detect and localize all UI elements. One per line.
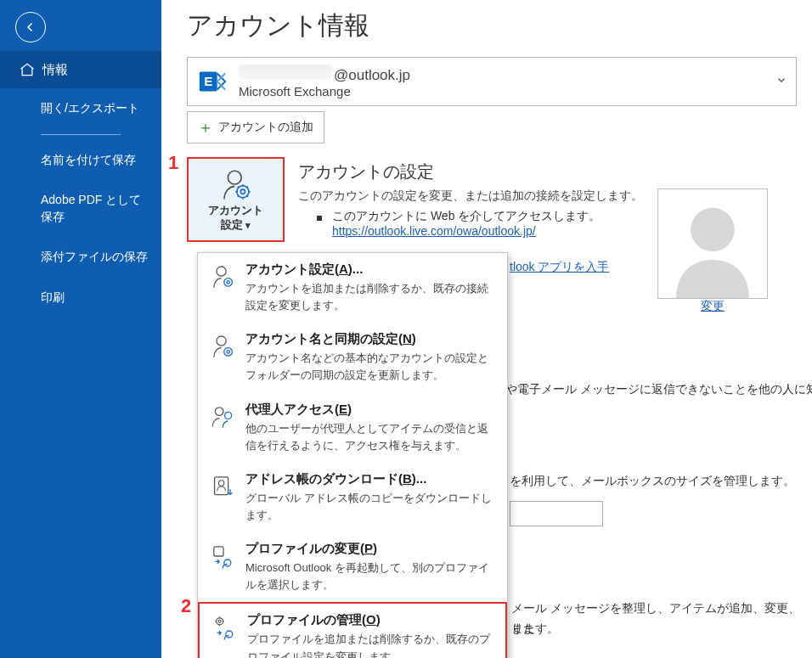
plus-icon: ＋	[198, 117, 213, 138]
profile-switch-icon	[210, 543, 240, 572]
svg-rect-24	[214, 547, 223, 556]
menu-item-desc: アカウント名などの基本的なアカウントの設定とフォルダーの同期の設定を更新します。	[245, 350, 495, 384]
arrow-left-icon	[23, 20, 38, 35]
menu-item-title: プロファイルの変更(P)	[245, 541, 495, 557]
chevron-down-icon: ▾	[245, 220, 251, 230]
owa-link[interactable]: https://outlook.live.com/owa/outlook.jp/	[332, 224, 536, 238]
svg-point-16	[227, 281, 230, 284]
backstage-sidebar: 情報 開く/エクスポート 名前を付けて保存 Adobe PDF として保存 添付…	[0, 0, 161, 658]
svg-point-19	[227, 351, 230, 354]
person-silhouette-icon	[666, 198, 759, 298]
sidebar-item-print[interactable]: 印刷	[0, 278, 161, 318]
svg-point-13	[691, 208, 734, 251]
change-photo-link[interactable]: 変更	[701, 299, 725, 312]
sidebar-item-label: 印刷	[41, 290, 65, 304]
sidebar-item-label: 情報	[42, 62, 68, 78]
account-email: @outlook.jp	[239, 65, 410, 84]
menu-item-desc: グローバル アドレス帳のコピーをダウンロードします。	[245, 490, 495, 524]
account-selector[interactable]: E @outlook.jp Microsoft Exchange	[187, 57, 797, 106]
chevron-down-icon	[775, 75, 787, 89]
account-settings-button[interactable]: アカウント 設定 ▾	[187, 157, 285, 242]
svg-point-23	[218, 481, 223, 486]
bullet-icon	[317, 216, 322, 221]
get-app-link-fragment[interactable]: tlook アプリを入手	[510, 260, 609, 273]
exchange-icon: E	[196, 65, 228, 98]
profile-manage-icon	[211, 614, 242, 644]
menu-item-manage-profiles[interactable]: 2 プロファイルの管理(O) プロファイルを追加または削除するか、既存のプロファ…	[198, 602, 507, 658]
sidebar-item-label: Adobe PDF として保存	[41, 193, 141, 223]
svg-point-2	[228, 171, 241, 184]
svg-point-17	[217, 336, 226, 346]
svg-text:E: E	[204, 74, 212, 88]
page-title: アカウント情報	[187, 8, 797, 43]
person-gear-icon	[218, 166, 254, 202]
bg-mailbox-peek: を利用して、メールボックスのサイズを管理します。	[510, 471, 798, 492]
profile-photo	[657, 188, 768, 299]
svg-point-15	[224, 278, 233, 287]
svg-point-20	[215, 407, 223, 415]
menu-item-title: アドレス帳のダウンロード(B)...	[245, 471, 495, 487]
account-settings-menu: アカウント設定(A)... アカウントを追加または削除するか、既存の接続設定を変…	[197, 252, 508, 658]
svg-point-14	[217, 267, 226, 276]
mailbox-size-field[interactable]	[510, 501, 603, 526]
sidebar-item-save-pdf[interactable]: Adobe PDF として保存	[0, 180, 161, 237]
sidebar-item-save-as[interactable]: 名前を付けて保存	[0, 140, 161, 181]
svg-point-18	[224, 348, 233, 357]
annotation-1: 1	[168, 152, 178, 174]
section-title: アカウントの設定	[298, 160, 797, 183]
bullet-text: このアカウントに Web を介してアクセスします。	[332, 209, 601, 224]
menu-item-change-profile[interactable]: プロファイルの変更(P) Microsoft Outlook を再起動して、別の…	[198, 532, 507, 602]
redacted-text	[239, 65, 332, 80]
menu-item-account-name-sync[interactable]: アカウント名と同期の設定(N) アカウント名などの基本的なアカウントの設定とフォ…	[198, 323, 507, 392]
svg-point-26	[217, 618, 223, 625]
sidebar-item-save-attachments[interactable]: 添付ファイルの保存	[0, 237, 161, 278]
menu-item-title: プロファイルの管理(O)	[247, 612, 493, 628]
menu-item-download-address-book[interactable]: アドレス帳のダウンロード(B)... グローバル アドレス帳のコピーをダウンロー…	[198, 463, 507, 532]
svg-point-4	[240, 189, 245, 194]
account-service: Microsoft Exchange	[239, 84, 410, 98]
profile-photo-block: 変更	[657, 188, 768, 314]
bg-rules-peek2: ります。	[511, 619, 800, 639]
svg-point-27	[218, 621, 221, 623]
menu-item-desc: アカウントを追加または削除するか、既存の接続設定を変更します。	[245, 280, 495, 314]
add-account-button[interactable]: ＋ アカウントの追加	[187, 111, 324, 143]
menu-item-title: アカウント設定(A)...	[245, 262, 495, 278]
menu-item-account-settings[interactable]: アカウント設定(A)... アカウントを追加または削除するか、既存の接続設定を変…	[198, 253, 507, 323]
person-gear-icon	[210, 263, 240, 293]
sidebar-item-label: 添付ファイルの保存	[41, 250, 148, 263]
sidebar-item-label: 名前を付けて保存	[41, 153, 136, 166]
people-icon	[210, 403, 240, 433]
menu-item-delegate-access[interactable]: 代理人アクセス(E) 他のユーザーが代理人としてアイテムの受信と返信を行えるよう…	[198, 393, 507, 463]
sidebar-item-info[interactable]: 情報	[0, 51, 161, 88]
sidebar-item-label: 開く/エクスポート	[41, 101, 139, 115]
svg-point-25	[224, 560, 231, 566]
menu-item-desc: プロファイルを追加または削除するか、既存のプロファイル設定を変更します。	[247, 631, 493, 658]
person-gear-icon	[210, 333, 240, 363]
sidebar-item-open-export[interactable]: 開く/エクスポート	[0, 88, 161, 129]
back-button[interactable]	[15, 12, 46, 42]
menu-item-desc: Microsoft Outlook を再起動して、別のプロファイルを選択します。	[245, 560, 495, 593]
home-icon	[19, 61, 36, 78]
svg-point-21	[225, 412, 232, 419]
sidebar-divider	[41, 134, 121, 135]
add-account-label: アカウントの追加	[218, 120, 313, 135]
menu-item-desc: 他のユーザーが代理人としてアイテムの受信と返信を行えるように、アクセス権を与えま…	[245, 420, 495, 454]
address-book-download-icon	[210, 473, 240, 503]
svg-point-32	[226, 631, 233, 638]
annotation-2: 2	[181, 595, 191, 617]
button-label: アカウント 設定 ▾	[208, 204, 263, 233]
menu-item-title: 代理人アクセス(E)	[245, 402, 495, 418]
menu-item-title: アカウント名と同期の設定(N)	[245, 331, 495, 347]
bg-autoreply-peek: や電子メール メッセージに返信できないことを他の人に知	[505, 380, 812, 400]
